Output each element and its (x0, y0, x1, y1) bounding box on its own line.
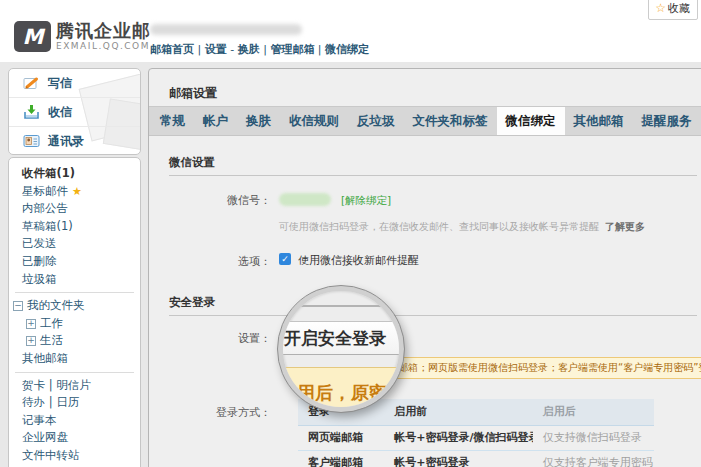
top-bar: M 腾讯企业邮 EXMAIL.QQ.COM 邮箱首页 | 设置 - 换肤 | 管… (0, 0, 701, 62)
wechat-description: 可使用微信扫码登录，在微信收发邮件、查找同事以及接收帐号异常提醒了解更多 (279, 220, 645, 234)
sidebar-item[interactable]: 记事本 (9, 412, 140, 430)
sidebar-item[interactable]: 草稿箱(1) (9, 218, 140, 236)
magnifier-glass: 开启安全登录 启用后，原密 (278, 286, 404, 412)
header-nav-separator: | (194, 43, 205, 56)
sidebar-item[interactable]: +生活 (9, 332, 140, 350)
sidebar-item[interactable]: 星标邮件★ (9, 183, 140, 201)
settings-tabbar: 常规帐户换肤收信规则反垃圾文件夹和标签微信绑定其他邮箱提醒服务客户端设置 (149, 106, 701, 136)
tab-收信规则[interactable]: 收信规则 (280, 107, 348, 135)
learn-more-link[interactable]: 了解更多 (605, 221, 645, 232)
workspace: 写信 收信 通讯录 收件箱(1)星标邮件★内部公告草稿箱(1)已发送已删除垃圾箱… (0, 62, 701, 467)
sidebar-item[interactable]: 已发送 (9, 235, 140, 253)
sidebar-item[interactable]: 贺卡 | 明信片 (9, 377, 140, 395)
expand-icon[interactable]: + (26, 336, 36, 346)
header-nav-separator: | (260, 43, 271, 56)
table-header-cell: 启用前 (384, 399, 533, 425)
sidebar-item[interactable]: 文件中转站 (9, 447, 140, 465)
tab-提醒服务[interactable]: 提醒服务 (633, 107, 701, 135)
header-nav-separator: | (314, 43, 325, 56)
action-label: 写信 (48, 75, 72, 92)
exmail-logo-text: 腾讯企业邮 EXMAIL.QQ.COM (56, 22, 151, 51)
table-cell: 帐号+密码登录 (384, 451, 533, 467)
header-nav-separator: - (227, 43, 238, 56)
sidebar-item-label: 贺卡 | 明信片 (22, 378, 91, 392)
tab-微信绑定[interactable]: 微信绑定 (497, 107, 565, 135)
wechat-id-label: 微信号： (169, 193, 271, 208)
tab-其他邮箱[interactable]: 其他邮箱 (565, 107, 633, 135)
sidebar-item[interactable]: +工作 (9, 315, 140, 333)
contacts-icon (22, 133, 40, 149)
table-cell: 网页端邮箱 (298, 426, 384, 450)
new-mail-notify-checkbox[interactable]: ✓ (279, 253, 291, 265)
sidebar-item[interactable]: 收件箱(1) (9, 165, 140, 183)
sidebar-item-label: 草稿箱(1) (22, 219, 73, 233)
table-cell: 仅支持客户端专用密码 (533, 451, 654, 467)
star-outline-icon: ☆ (655, 1, 666, 15)
sidebar-item-label: 垃圾箱 (22, 272, 57, 286)
enable-secure-login-button[interactable]: 开启安全登录 (278, 321, 404, 355)
magnified-divider (283, 305, 399, 307)
header-nav-link[interactable]: 邮箱首页 (150, 43, 194, 56)
new-mail-notify-label: 使用微信接收新邮件提醒 (298, 253, 419, 268)
tab-常规[interactable]: 常规 (151, 107, 194, 135)
sidebar-item[interactable]: 已删除 (9, 253, 140, 271)
tab-换肤[interactable]: 换肤 (237, 107, 280, 135)
table-cell: 仅支持微信扫码登录 (533, 426, 654, 450)
sidebar-item-label: 已发送 (22, 236, 57, 250)
favorite-button[interactable]: ☆收藏 (648, 0, 698, 20)
action-label: 通讯录 (48, 133, 84, 150)
sidebar-item-label: 星标邮件 (22, 184, 68, 198)
exmail-logo-icon: M (14, 21, 51, 52)
brand-title: 腾讯企业邮 (56, 22, 151, 40)
sidebar-item-label: 我的文件夹 (27, 298, 85, 312)
section-title-wechat: 微信设置 (169, 155, 215, 170)
brand-subtitle: EXMAIL.QQ.COM (56, 42, 151, 51)
sidebar-item-label: 收件箱(1) (22, 166, 75, 180)
table-row: 网页端邮箱帐号+密码登录/微信扫码登录仅支持微信扫码登录 (298, 426, 654, 451)
sidebar-divider (15, 372, 134, 373)
header-nav: 邮箱首页 | 设置 - 换肤 | 管理邮箱 | 微信绑定 (150, 42, 369, 57)
section-divider (169, 315, 697, 316)
sidebar-item-label: 工作 (40, 316, 63, 330)
unbind-link[interactable]: [解除绑定] (341, 194, 391, 208)
receive-mail-button[interactable]: 收信 (9, 97, 140, 126)
header-nav-link[interactable]: 微信绑定 (325, 43, 369, 56)
compose-mail-button[interactable]: 写信 (9, 69, 140, 97)
login-mode-label: 登录方式： (169, 405, 271, 420)
sidebar-item[interactable]: 待办 | 日历 (9, 394, 140, 412)
sidebar-item-label: 待办 | 日历 (22, 395, 79, 409)
setting-label: 设置： (169, 331, 271, 346)
sidebar-item-label: 其他邮箱 (22, 351, 68, 365)
header-nav-link[interactable]: 管理邮箱 (270, 43, 314, 56)
sidebar-item[interactable]: 其他邮箱 (9, 350, 140, 368)
sidebar-item-label: 企业网盘 (22, 430, 68, 444)
sidebar-folders-box: 收件箱(1)星标邮件★内部公告草稿箱(1)已发送已删除垃圾箱−我的文件夹+工作+… (8, 157, 141, 467)
table-cell: 帐号+密码登录/微信扫码登录 (384, 426, 533, 450)
compose-icon (22, 75, 40, 91)
tab-反垃圾[interactable]: 反垃圾 (348, 107, 404, 135)
tab-文件夹和标签[interactable]: 文件夹和标签 (404, 107, 497, 135)
wechat-id-redacted (279, 193, 331, 206)
account-area: 邮箱首页 | 设置 - 换肤 | 管理邮箱 | 微信绑定 (150, 24, 369, 57)
table-cell: 客户端邮箱 (298, 451, 384, 467)
collapse-icon[interactable]: − (13, 301, 23, 311)
sidebar-divider (15, 292, 134, 293)
section-title-security: 安全登录 (169, 295, 215, 310)
sidebar-item[interactable]: 垃圾箱 (9, 271, 140, 289)
favorite-label: 收藏 (668, 2, 690, 15)
sidebar-item[interactable]: 内部公告 (9, 200, 140, 218)
sidebar-item[interactable]: 企业网盘 (9, 429, 140, 447)
page-title: 邮箱设置 (169, 85, 217, 102)
sidebar-item-label: 记事本 (22, 413, 57, 427)
receive-icon (22, 104, 40, 120)
security-notice: 登录邮箱；网页版需使用微信扫码登录；客户端需使用“客户端专用密码”登录 (371, 357, 701, 379)
tab-帐户[interactable]: 帐户 (194, 107, 237, 135)
exmail-logo[interactable]: M 腾讯企业邮 EXMAIL.QQ.COM (14, 21, 151, 52)
table-header-cell: 启用后 (533, 399, 654, 425)
contacts-button[interactable]: 通讯录 (9, 126, 140, 155)
wechat-description-text: 可使用微信扫码登录，在微信收发邮件、查找同事以及接收帐号异常提醒 (279, 221, 599, 232)
expand-icon[interactable]: + (26, 319, 36, 329)
header-nav-link[interactable]: 换肤 (238, 43, 260, 56)
sidebar-item[interactable]: −我的文件夹 (9, 297, 140, 315)
header-nav-link[interactable]: 设置 (205, 43, 227, 56)
